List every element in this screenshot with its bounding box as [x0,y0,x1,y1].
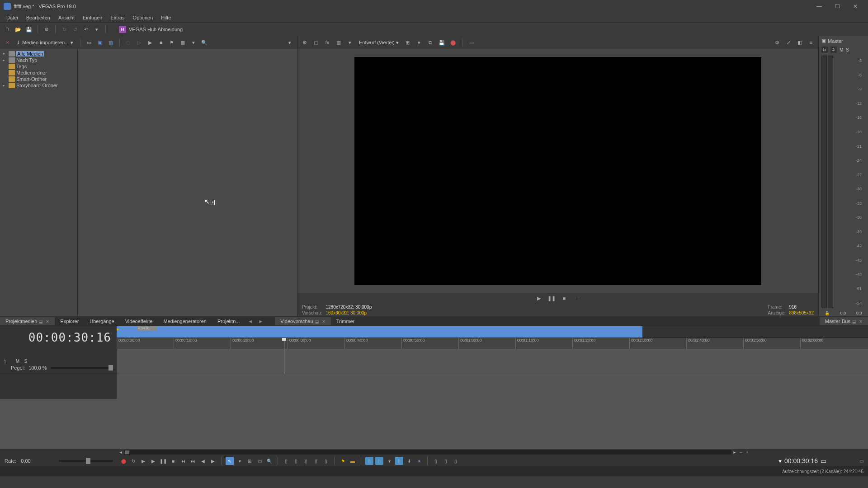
media-fx-icon[interactable]: ▤ [106,38,115,47]
tab-explorer[interactable]: Explorer [55,317,84,325]
save-snapshot-icon[interactable]: 💾 [437,38,446,47]
pause-button[interactable]: ❚❚ [159,457,167,465]
external-monitor-icon[interactable]: ▢ [311,38,321,47]
search-icon[interactable]: 🔍 [200,38,209,47]
scroll-right-icon[interactable]: ► [731,450,738,455]
undo-dropdown-icon[interactable]: ▾ [92,25,101,34]
track-header-1[interactable]: 1 MS [0,349,117,374]
playhead[interactable] [284,338,284,349]
tree-alle-medien[interactable]: ▾Alle Medien [1,51,76,57]
loop-region[interactable]: ▸ 4:34:01 [117,326,868,338]
close-button[interactable]: ✕ [846,1,864,12]
menu-ansicht[interactable]: Ansicht [54,14,79,21]
prev-frame-button[interactable]: ◀ [199,457,207,465]
tab-videovorschau[interactable]: Videovorschau⬓✕ [275,317,331,325]
snap-button[interactable]: ⊞ [245,457,254,465]
master-gear-icon[interactable]: ✲ [830,47,837,53]
menu-hilfe[interactable]: Hilfe [157,14,175,21]
tab-mediengeneratoren[interactable]: Mediengeneratoren [158,317,212,325]
track-mute-button[interactable]: M [14,359,21,364]
save-icon[interactable]: 💾 [24,25,33,34]
pin-icon[interactable]: ⬓ [315,319,319,324]
more-icon[interactable]: ▾ [285,38,294,47]
tab-videoeffekte[interactable]: Videoeffekte [120,317,158,325]
tree-tags[interactable]: Tags [1,63,76,70]
ripple2-button[interactable]: ▯ [375,457,383,465]
split-drop-icon[interactable]: ▾ [345,38,354,47]
play-start-button[interactable]: ▶ [139,457,147,465]
marker-button[interactable]: ⚑ [339,457,347,465]
lock-icon[interactable]: 🔒 [825,311,830,315]
tab-uebergaenge[interactable]: Übergänge [84,317,119,325]
stop-media-icon[interactable]: ■ [156,38,165,47]
tab-master-bus[interactable]: Master-Bus⬓✕ [820,317,868,325]
marker-start-icon[interactable]: ▸ [117,326,119,332]
overlays-drop-icon[interactable]: ▾ [415,38,424,47]
minimize-button[interactable]: — [810,1,828,12]
menu-datei[interactable]: Datei [2,14,22,21]
rate-slider[interactable] [59,460,113,462]
copy-snapshot-icon[interactable]: ⧉ [426,38,435,47]
view-drop-icon[interactable]: ▾ [189,38,198,47]
track-lane-1[interactable] [117,349,868,374]
loop-button[interactable]: ↻ [129,457,137,465]
remove-media-icon[interactable]: ⨯ [3,38,12,47]
tree-medienordner[interactable]: Medienordner [1,70,76,76]
tc-box-icon[interactable]: ▭ [821,457,826,465]
settings-icon[interactable]: ⚙ [773,38,782,47]
timeline-empty-area[interactable] [0,399,868,449]
stop-button[interactable]: ■ [169,457,177,465]
go-start-button[interactable]: ⏮ [179,457,187,465]
normal-edit-tool[interactable]: ↖ [226,457,234,465]
play-button[interactable]: ▶ [149,457,157,465]
import-media-button[interactable]: ⤓ Medien importieren... ▾ [14,39,76,47]
selection-tag[interactable]: 4:34:01 [137,326,157,331]
view-icon[interactable]: ▦ [178,38,187,47]
pin-icon[interactable]: ⬓ [39,319,43,324]
record-icon[interactable]: ⬤ [448,38,458,47]
horizontal-scrollbar[interactable] [124,450,731,455]
import-dropdown-icon[interactable]: ▾ [71,40,73,46]
tree-nach-typ[interactable]: ▸Nach Typ [1,57,76,63]
adjust1-icon[interactable]: ⤢ [784,38,793,47]
preview-quality-dropdown[interactable]: Entwurf (Viertel)▾ [357,39,401,47]
open-icon[interactable]: 📂 [14,25,23,34]
timecode-secondary[interactable]: ▾00:00:30:16▭ [778,457,826,465]
master-fx-button[interactable]: fx [821,47,828,53]
timecode-display[interactable]: 00:00:30:16 [5,331,111,344]
new-icon[interactable]: 🗋 [3,25,12,34]
video-fx-icon[interactable]: fx [323,38,332,47]
overlays-icon[interactable]: ⊞ [403,38,412,47]
preview-settings-icon[interactable]: ⚙ [300,38,309,47]
close-icon[interactable]: ✕ [859,319,863,324]
zoom-out-icon[interactable]: − [738,450,744,455]
capture-icon[interactable]: ▭ [85,38,94,47]
tab-projektmedien[interactable]: Projektmedien⬓✕ [0,317,55,325]
region-button[interactable]: ▬ [349,457,357,465]
lock-button[interactable]: ⬇ [405,457,413,465]
ripple1-button[interactable]: ▯ [365,457,373,465]
close-icon[interactable]: ✕ [46,319,49,324]
pin-icon[interactable]: ⬓ [852,319,856,324]
next-frame-button[interactable]: ▶ [209,457,217,465]
tab-projektnotizen[interactable]: Projektn... [212,317,245,325]
scroll-left-icon[interactable]: ◄ [118,450,124,455]
properties-icon[interactable]: ⚙ [42,25,51,34]
preview-stop-icon[interactable]: ■ [560,294,569,303]
track-solo-button[interactable]: S [23,359,29,364]
adjust2-icon[interactable]: ◧ [795,38,804,47]
master-mute-button[interactable]: M [840,47,843,52]
adjust3-icon[interactable]: ≡ [807,38,816,47]
tool-drop-icon[interactable]: ▾ [236,457,244,465]
maximize-button[interactable]: ☐ [828,1,846,12]
menu-extras[interactable]: Extras [106,14,128,21]
split-screen-icon[interactable]: ▥ [334,38,343,47]
flag-icon[interactable]: ⚑ [167,38,176,47]
autofade-button[interactable]: ▯ [395,457,403,465]
menu-optionen[interactable]: Optionen [129,14,157,21]
preview-play-icon[interactable]: ▶ [534,294,543,303]
fit-button[interactable]: ▭ [857,457,865,465]
media-drop-area[interactable]: ↖+ [78,49,297,316]
go-end-button[interactable]: ⏭ [189,457,197,465]
selection-tool[interactable]: ▭ [255,457,264,465]
